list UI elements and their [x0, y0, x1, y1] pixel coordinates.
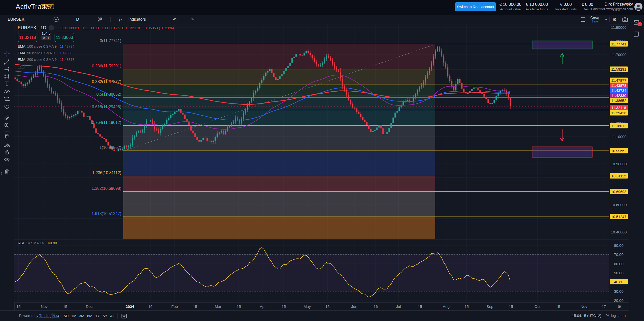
range-button-5Y[interactable]: 5Y	[102, 313, 108, 318]
price-scale-tick: 10.40000	[609, 230, 629, 234]
forecast-icon[interactable]	[4, 96, 11, 103]
range-button-All[interactable]: All	[109, 313, 115, 318]
chevron-down-icon[interactable]	[603, 15, 608, 24]
shapes-icon[interactable]	[4, 73, 11, 80]
powered-by: Powered by TradingView	[19, 314, 59, 318]
svg-text:0.764(11.18012): 0.764(11.18012)	[92, 120, 121, 125]
ema-legend-row[interactable]: EMA50 close 0 SMA 911.42330	[18, 51, 174, 55]
range-button-1D[interactable]: 1D	[55, 313, 61, 318]
zoom-in-icon[interactable]	[4, 122, 11, 129]
range-button-3M[interactable]: 3M	[78, 313, 85, 318]
crosshair-icon[interactable]	[4, 50, 11, 58]
legend-minus-icon[interactable]: −	[49, 25, 54, 31]
legend-collapse-icon[interactable]	[18, 64, 25, 69]
avatar[interactable]	[634, 3, 643, 11]
range-button-1M[interactable]: 1M	[70, 313, 78, 318]
app-header: ActivTrader™ DEMO Switch to Real account…	[0, 0, 644, 15]
ohlc-values: O11.38061H11.39111L11.30126C11.32118	[61, 26, 140, 30]
log-scale-toggle[interactable]: log	[611, 314, 616, 318]
price-scale-label: 10.51247	[610, 214, 628, 219]
layout-select-icon[interactable]	[580, 15, 587, 24]
trend-line-icon[interactable]	[4, 59, 11, 66]
price-scale-label: 11.43734	[610, 88, 628, 93]
auto-scale-toggle[interactable]: auto	[618, 314, 626, 318]
user-email: dirk.friczewsky@gmail.com	[593, 7, 633, 11]
svg-text:0.382(11.47877): 0.382(11.47877)	[92, 79, 121, 84]
svg-text:1(10.99562): 1(10.99562)	[100, 145, 121, 150]
undo-icon[interactable]: ↶	[173, 15, 177, 24]
camera-icon[interactable]	[622, 15, 629, 24]
fib-retracement-icon[interactable]	[4, 66, 11, 73]
price-scale-tick: 80.00	[609, 243, 629, 248]
chart-style-icon[interactable]	[96, 15, 104, 24]
symbol-button[interactable]: EURSEK	[8, 15, 25, 24]
legend-symbol[interactable]: EURSEK · 1D	[18, 25, 46, 31]
price-scale-tick: 30.00	[609, 289, 629, 293]
price-scale-label: 11.77741	[610, 41, 628, 47]
time-axis-label: Nov	[41, 304, 48, 309]
save-button[interactable]: Save Save	[590, 15, 599, 24]
price-scale-border	[609, 24, 609, 310]
time-axis-label: 17	[602, 304, 606, 309]
spread-value: 154.5	[42, 31, 51, 35]
time-axis-label: 16	[148, 304, 153, 309]
price-scale-label: 10.69698	[610, 189, 628, 194]
sidebar-collapse-icon[interactable]: ❯	[0, 172, 3, 175]
emoji-icon[interactable]	[4, 103, 11, 111]
eye-icon[interactable]	[4, 156, 11, 164]
trash-icon[interactable]	[4, 168, 11, 175]
time-axis-label: Aug	[443, 304, 450, 309]
go-to-date-icon[interactable]	[121, 313, 127, 319]
buy-button[interactable]: 11.33663	[55, 33, 74, 42]
pattern-icon[interactable]	[4, 88, 11, 95]
ruler-icon[interactable]	[4, 115, 11, 122]
clock[interactable]: 15:04:15 (UTC+2)	[551, 314, 601, 318]
change-value: −0.05853 (−0.51%)	[142, 26, 174, 30]
range-button-5D[interactable]: 5D	[63, 313, 69, 318]
user-block[interactable]: Dirk Friczewsky dirk.friczewsky@gmail.co…	[593, 2, 633, 11]
range-button-1Y[interactable]: 1Y	[94, 313, 101, 318]
time-axis-label: 15	[325, 304, 330, 309]
fx-icon[interactable]: ƒx	[119, 15, 122, 24]
toolbar-divider	[5, 166, 10, 166]
time-axis-label: 15	[237, 304, 241, 309]
time-axis-label: Mar	[215, 304, 221, 309]
redo-icon[interactable]: ↷	[190, 15, 194, 24]
rsi-value: 40.80	[48, 241, 57, 245]
time-axis-label: 15	[465, 304, 469, 309]
account-stat: € 0.00Invested funds	[555, 2, 577, 11]
ema-rows: EMA100 close 0 SMA 911.43734EMA50 close …	[18, 44, 174, 62]
time-axis-gear-icon[interactable]: ⚙	[617, 304, 621, 309]
news-icon[interactable]	[633, 31, 640, 38]
lock-icon[interactable]	[4, 149, 11, 156]
text-icon[interactable]	[4, 81, 11, 88]
toolbar-divider	[5, 113, 10, 113]
timeframe-button[interactable]: D	[74, 15, 81, 24]
ema-legend-row[interactable]: EMA200 close 0 SMA 911.43878	[18, 58, 174, 62]
time-axis-label: 16	[374, 304, 378, 309]
magnet-icon[interactable]	[4, 134, 11, 141]
time-axis-label: 15	[418, 304, 422, 309]
price-scale-label: 11.29426	[610, 110, 628, 116]
settings-gear-icon[interactable]: ⚙	[612, 15, 617, 24]
rsi-title[interactable]: RSI	[18, 241, 24, 245]
time-axis-label: Dec	[86, 304, 93, 309]
price-scale-tick: 11.10000	[609, 135, 629, 139]
time-axis-label: 15	[509, 304, 513, 309]
rsi-params: 14 SMA 14	[26, 241, 44, 245]
draw-lock-icon[interactable]	[4, 141, 11, 148]
time-axis-label: Jun	[351, 304, 357, 309]
indicators-button[interactable]: Indicators	[128, 15, 146, 24]
range-button-6M[interactable]: 6M	[86, 313, 93, 318]
percent-scale-toggle[interactable]: %	[606, 314, 609, 318]
bottom-bar: Powered by TradingView 1D5D1M3M6M1Y5YAll…	[0, 310, 629, 321]
time-axis-label: Oct	[534, 304, 540, 309]
sell-button[interactable]: 11.32118	[18, 33, 37, 42]
time-axis-label: 15	[282, 304, 286, 309]
switch-to-real-account-button[interactable]: Switch to Real account	[455, 2, 496, 11]
symbol-add-icon[interactable]	[52, 15, 60, 24]
price-scale-label: 10.81112	[610, 173, 628, 179]
price-scale-tick: 50.00	[609, 271, 629, 275]
pane-separator[interactable]	[14, 239, 629, 240]
ema-legend-row[interactable]: EMA100 close 0 SMA 911.43734	[18, 44, 174, 48]
